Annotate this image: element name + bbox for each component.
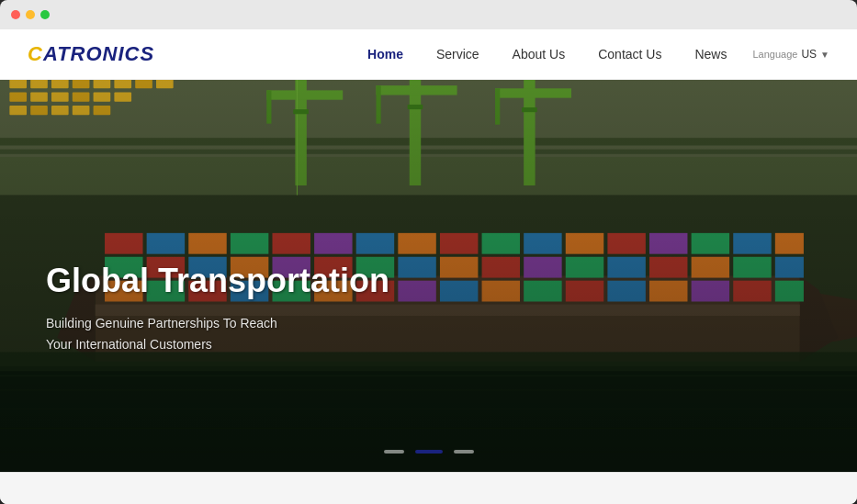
footer-bar bbox=[0, 472, 857, 504]
browser-chrome bbox=[0, 0, 857, 29]
nav-item-home[interactable]: Home bbox=[351, 29, 420, 80]
nav-item-contact[interactable]: Contact Us bbox=[581, 29, 678, 80]
carousel-dot-1[interactable] bbox=[384, 450, 404, 454]
browser-minimize-button[interactable] bbox=[26, 10, 35, 19]
carousel-indicator bbox=[384, 450, 474, 454]
navbar: C ATRONICS Home Service About Us Contact… bbox=[0, 29, 857, 80]
nav-item-news[interactable]: News bbox=[678, 29, 743, 80]
hero-section: Global Transportation Building Genuine P… bbox=[0, 80, 857, 472]
browser-frame: C ATRONICS Home Service About Us Contact… bbox=[0, 0, 857, 504]
hero-subtitle-line2: Your International Customers bbox=[46, 334, 389, 354]
site-logo[interactable]: C ATRONICS bbox=[28, 42, 154, 66]
hero-content: Global Transportation Building Genuine P… bbox=[46, 262, 389, 354]
logo-c: C bbox=[28, 42, 43, 66]
language-selector[interactable]: Language US ▼ bbox=[752, 48, 829, 61]
nav-item-about[interactable]: About Us bbox=[496, 29, 582, 80]
hero-title: Global Transportation bbox=[46, 262, 389, 300]
language-label: Language bbox=[752, 49, 797, 60]
nav-item-service[interactable]: Service bbox=[420, 29, 496, 80]
chevron-down-icon: ▼ bbox=[820, 50, 829, 60]
browser-close-button[interactable] bbox=[11, 10, 20, 19]
language-value: US bbox=[801, 48, 817, 61]
browser-maximize-button[interactable] bbox=[40, 10, 50, 19]
carousel-dot-3[interactable] bbox=[454, 450, 474, 454]
logo-text: ATRONICS bbox=[43, 42, 154, 66]
website-content: C ATRONICS Home Service About Us Contact… bbox=[0, 29, 857, 504]
hero-subtitle-line1: Building Genuine Partnerships To Reach bbox=[46, 313, 389, 333]
nav-menu: Home Service About Us Contact Us News bbox=[351, 29, 743, 80]
carousel-dot-2[interactable] bbox=[415, 450, 443, 454]
